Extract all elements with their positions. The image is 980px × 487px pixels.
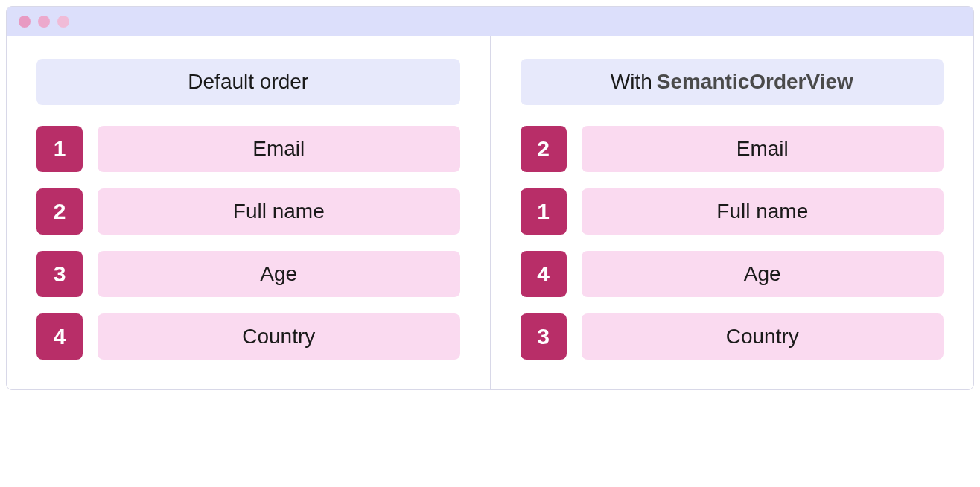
minimize-icon[interactable]	[38, 16, 50, 28]
order-number-badge: 3	[521, 313, 567, 360]
field-label-chip: Age	[98, 251, 460, 297]
pane-semantic-order: With SemanticOrderView 2 Email 1 Full na…	[491, 36, 974, 389]
order-number-badge: 1	[521, 188, 567, 235]
field-row: 1 Full name	[521, 188, 944, 235]
field-row: 3 Age	[36, 251, 460, 297]
order-number-badge: 2	[521, 126, 567, 172]
pane-title: With SemanticOrderView	[521, 59, 944, 105]
field-row: 2 Full name	[36, 188, 460, 235]
close-icon[interactable]	[19, 16, 31, 28]
window-titlebar	[7, 7, 973, 36]
field-row: 2 Email	[521, 126, 944, 172]
field-row: 1 Email	[36, 126, 460, 172]
field-label-chip: Country	[98, 313, 460, 360]
zoom-icon[interactable]	[57, 16, 69, 28]
order-number-badge: 1	[36, 126, 83, 172]
pane-title-code: SemanticOrderView	[657, 70, 853, 94]
example-window: Default order 1 Email 2 Full name 3 Age …	[6, 6, 974, 390]
order-number-badge: 4	[36, 313, 83, 360]
field-label-chip: Age	[582, 251, 944, 297]
order-number-badge: 2	[36, 188, 83, 235]
two-column-content: Default order 1 Email 2 Full name 3 Age …	[7, 36, 973, 389]
pane-title-text: Default order	[188, 70, 308, 94]
field-row: 4 Age	[521, 251, 944, 297]
field-label-chip: Full name	[98, 188, 460, 235]
field-label-chip: Country	[582, 313, 944, 360]
pane-title-prefix: With	[611, 70, 652, 94]
pane-title: Default order	[36, 59, 460, 105]
pane-default-order: Default order 1 Email 2 Full name 3 Age …	[7, 36, 491, 389]
field-label-chip: Email	[98, 126, 460, 172]
order-number-badge: 3	[36, 251, 83, 297]
field-row: 3 Country	[521, 313, 944, 360]
field-label-chip: Email	[582, 126, 944, 172]
field-label-chip: Full name	[582, 188, 944, 235]
field-row: 4 Country	[36, 313, 460, 360]
order-number-badge: 4	[521, 251, 567, 297]
